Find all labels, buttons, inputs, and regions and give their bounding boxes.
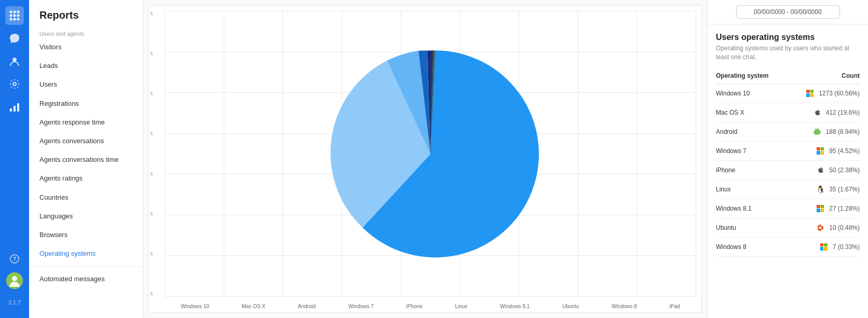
os-name-macosx: Mac OS X bbox=[716, 109, 811, 116]
svg-point-9 bbox=[12, 58, 17, 62]
x-label: Windows 8 bbox=[612, 303, 637, 309]
x-label: Android bbox=[298, 303, 316, 309]
chat-icon[interactable] bbox=[5, 29, 24, 48]
sidebar-item-automated-messages[interactable]: Automated messages bbox=[29, 270, 143, 288]
svg-point-5 bbox=[17, 15, 20, 17]
y-label: 4 bbox=[150, 11, 153, 17]
y-label: 4 bbox=[150, 131, 153, 136]
col-header-count: Count bbox=[842, 72, 860, 79]
svg-rect-20 bbox=[820, 131, 821, 133]
svg-rect-21 bbox=[815, 131, 820, 133]
sidebar-item-languages[interactable]: Languages bbox=[29, 207, 143, 226]
os-count-windows10: 1273 (60.56%) bbox=[819, 90, 860, 97]
svg-point-27 bbox=[817, 227, 819, 228]
svg-point-4 bbox=[13, 15, 16, 17]
iphone-icon bbox=[815, 164, 826, 176]
main-content: 4 4 4 4 4 4 4 4 bbox=[143, 0, 707, 318]
os-row-android: Android 188 (8.94%) bbox=[716, 122, 860, 142]
svg-point-0 bbox=[10, 11, 12, 13]
v-grid-line bbox=[282, 11, 283, 297]
contacts-icon[interactable] bbox=[5, 52, 24, 71]
icon-bar: ? 3.1.7 bbox=[0, 0, 29, 318]
sidebar-item-agents-ratings[interactable]: Agents ratings bbox=[29, 169, 143, 188]
x-label: Windows 7 bbox=[348, 303, 374, 309]
version-label: 3.1.7 bbox=[5, 293, 24, 312]
os-name-iphone: iPhone bbox=[716, 167, 815, 174]
sidebar-item-agents-conversations-time[interactable]: Agents conversations time bbox=[29, 150, 143, 169]
y-label: 4 bbox=[150, 91, 153, 96]
svg-point-17 bbox=[12, 276, 17, 281]
v-grid-line bbox=[636, 11, 637, 297]
os-count-macosx: 412 (19.6%) bbox=[826, 109, 860, 116]
chart-grid-background: 4 4 4 4 4 4 4 4 bbox=[165, 11, 696, 297]
sidebar-item-operating-systems[interactable]: Operating systems bbox=[29, 244, 143, 263]
x-label: Mac OS X bbox=[242, 303, 266, 309]
svg-point-26 bbox=[819, 226, 822, 229]
windows-icon bbox=[804, 88, 816, 99]
os-name-linux: Linux bbox=[716, 186, 815, 193]
sidebar-item-visitors[interactable]: Visitors bbox=[29, 38, 143, 57]
sidebar-item-registrations[interactable]: Registrations bbox=[29, 94, 143, 113]
settings-icon[interactable] bbox=[5, 75, 24, 93]
android-icon bbox=[811, 126, 823, 137]
windows81-icon bbox=[815, 203, 826, 214]
os-count-windows7: 95 (4.52%) bbox=[829, 147, 860, 155]
os-name-android: Android bbox=[716, 128, 811, 135]
os-name-windows8: Windows 8 bbox=[716, 243, 818, 251]
sidebar-divider bbox=[29, 266, 143, 267]
ubuntu-icon bbox=[815, 222, 826, 233]
sidebar-item-agents-response-time[interactable]: Agents response time bbox=[29, 113, 143, 132]
pie-chart-wrapper bbox=[321, 45, 539, 263]
sidebar-item-browsers[interactable]: Browsers bbox=[29, 226, 143, 244]
panel-title: Users operating systems bbox=[716, 33, 860, 42]
svg-point-8 bbox=[17, 18, 20, 21]
os-row-windows10: Windows 10 1273 (60.56%) bbox=[716, 84, 860, 103]
menu-icon[interactable] bbox=[5, 6, 24, 25]
x-label: Ubuntu bbox=[562, 303, 579, 309]
os-row-iphone: iPhone 50 (2.38%) bbox=[716, 161, 860, 180]
os-row-linux: Linux 🐧 35 (1.67%) bbox=[716, 180, 860, 199]
svg-point-1 bbox=[13, 11, 16, 13]
chart-area: 4 4 4 4 4 4 4 4 bbox=[143, 0, 707, 318]
sidebar: Reports Users and agents Visitors Leads … bbox=[29, 0, 143, 318]
os-row-ubuntu: Ubuntu 10 (0.48%) bbox=[716, 218, 860, 238]
os-row-macosx: Mac OS X 412 (19.6%) bbox=[716, 103, 860, 122]
y-label: 4 bbox=[150, 211, 153, 217]
os-name-ubuntu: Ubuntu bbox=[716, 224, 815, 231]
sidebar-item-users[interactable]: Users bbox=[29, 75, 143, 94]
os-count-ubuntu: 10 (0.48%) bbox=[829, 224, 860, 231]
v-grid-line bbox=[578, 11, 578, 297]
help-icon[interactable]: ? bbox=[5, 250, 24, 268]
date-range-input[interactable] bbox=[736, 5, 840, 19]
svg-point-6 bbox=[10, 18, 12, 21]
sidebar-section-users-agents: Users and agents bbox=[29, 27, 143, 38]
windows7-icon bbox=[815, 145, 826, 157]
table-header: Operating system Count bbox=[716, 70, 860, 84]
svg-rect-12 bbox=[13, 106, 16, 112]
os-count-android: 188 (8.94%) bbox=[826, 128, 860, 135]
y-label: 4 bbox=[150, 251, 153, 257]
linux-icon: 🐧 bbox=[815, 184, 826, 195]
reports-icon[interactable] bbox=[5, 98, 24, 116]
x-label: iPad bbox=[670, 303, 680, 309]
right-panel: Users operating systems Operating system… bbox=[707, 0, 868, 318]
sidebar-item-agents-conversations[interactable]: Agents conversations bbox=[29, 132, 143, 150]
os-row-windows81: Windows 8.1 27 (1.28%) bbox=[716, 199, 860, 218]
date-range-bar bbox=[708, 0, 868, 24]
right-panel-content: Users operating systems Operating system… bbox=[708, 24, 868, 265]
svg-rect-13 bbox=[17, 103, 19, 112]
sidebar-item-countries[interactable]: Countries bbox=[29, 188, 143, 207]
v-grid-line bbox=[224, 11, 224, 297]
apple-icon bbox=[811, 107, 823, 118]
sidebar-item-leads[interactable]: Leads bbox=[29, 57, 143, 75]
svg-point-28 bbox=[821, 225, 823, 226]
x-label: Windows 10 bbox=[181, 303, 209, 309]
avatar[interactable] bbox=[6, 272, 23, 289]
pie-chart bbox=[321, 45, 539, 263]
panel-subtitle: Operating systems used by users who star… bbox=[716, 44, 860, 62]
svg-text:?: ? bbox=[13, 256, 16, 262]
svg-rect-19 bbox=[813, 131, 815, 133]
icon-bar-bottom: ? 3.1.7 bbox=[5, 250, 24, 312]
col-header-os: Operating system bbox=[716, 72, 768, 79]
chart-container: 4 4 4 4 4 4 4 4 bbox=[148, 5, 702, 313]
